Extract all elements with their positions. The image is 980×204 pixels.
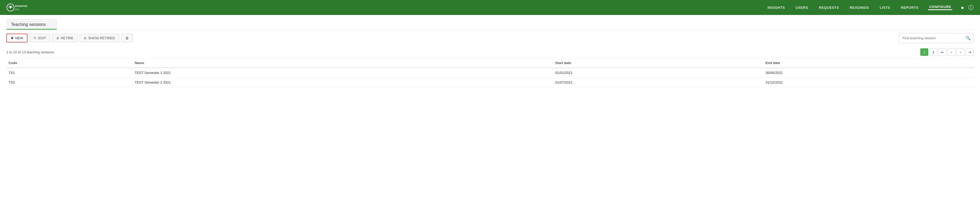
edit-button-label: EDIT [38,36,46,40]
nav-readings[interactable]: READINGS [849,6,870,10]
search-container: 🔍 [899,33,974,43]
page-next-button[interactable]: › [956,48,964,56]
asterisk-icon: ✱ [11,36,14,40]
nav-requests[interactable]: REQUESTS [818,6,840,10]
col-header-code: Code [6,58,132,68]
new-button[interactable]: ✱ NEW [6,34,27,42]
navbar-icons: ● ⓘ [961,4,974,11]
show-retired-button[interactable]: ⊘ SHOW RETIRED [80,34,119,42]
teaching-sessions-table: Code Name Start date End date TS1 TEST S… [6,58,974,87]
page-first-button[interactable]: ⇤ [939,48,947,56]
nav-links: INSIGHTS USERS REQUESTS READINGS LISTS R… [767,5,952,10]
retire-icon: ⊘ [56,36,59,40]
toolbar: ✱ NEW ✎ EDIT ⊘ RETIRE ⊘ SHOW RETIRED 🗑 🔍 [6,30,974,46]
cell-name: TEST Semester 1 2021 [132,68,553,78]
col-header-end-date: End date [763,58,974,68]
show-retired-button-label: SHOW RETIRED [88,36,115,40]
results-info: 1 to 10 of 13 teaching sessions [6,50,920,54]
nav-configure[interactable]: CONFIGURE [928,5,952,10]
cell-end-date: 31/12/2021 [763,78,974,87]
content-area: Teaching sessions ✱ NEW ✎ EDIT ⊘ RETIRE … [0,15,980,92]
cell-end-date: 30/06/2021 [763,68,974,78]
results-bar: 1 to 10 of 13 teaching sessions 1 2 ⇤ ‹ … [6,46,974,58]
svg-point-1 [10,7,11,8]
nav-lists[interactable]: LISTS [879,6,891,10]
pagination: 1 2 ⇤ ‹ › ⇥ [920,48,974,56]
table-row[interactable]: TS1 TEST Semester 1 2021 01/01/2021 30/0… [6,68,974,78]
cell-start-date: 01/07/2021 [553,78,764,87]
show-retired-icon: ⊘ [84,36,87,40]
cell-start-date: 01/01/2021 [553,68,764,78]
cell-name: TEST Semester 2 2021 [132,78,553,87]
search-icon: 🔍 [965,36,970,40]
nav-insights[interactable]: INSIGHTS [767,6,786,10]
delete-button[interactable]: 🗑 [121,34,133,42]
nav-users[interactable]: USERS [794,6,809,10]
help-icon[interactable]: ⓘ [968,4,974,11]
search-button[interactable]: 🔍 [963,34,973,43]
page-title: Teaching sessions [11,22,46,27]
svg-text:ereserve: ereserve [15,4,27,8]
new-button-label: NEW [15,36,23,40]
table-row[interactable]: TS2 TEST Semester 2 2021 01/07/2021 31/1… [6,78,974,87]
brand-logo[interactable]: ereserve plus [6,2,38,13]
table-body: TS1 TEST Semester 1 2021 01/01/2021 30/0… [6,68,974,87]
col-header-start-date: Start date [553,58,764,68]
trash-icon: 🗑 [125,36,129,40]
retire-button[interactable]: ⊘ RETIRE [52,34,78,42]
user-icon[interactable]: ● [961,5,964,11]
edit-icon: ✎ [33,36,37,40]
nav-reports[interactable]: REPORTS [900,6,920,10]
col-header-name: Name [132,58,553,68]
navbar: ereserve plus INSIGHTS USERS REQUESTS RE… [0,0,980,15]
page-prev-button[interactable]: ‹ [948,48,956,56]
page-last-button[interactable]: ⇥ [966,48,974,56]
cell-code: TS1 [6,68,132,78]
table-header-row: Code Name Start date End date [6,58,974,68]
cell-code: TS2 [6,78,132,87]
svg-text:plus: plus [15,8,19,11]
search-input[interactable] [899,34,963,42]
retire-button-label: RETIRE [61,36,73,40]
page-header-tab: Teaching sessions [6,19,57,30]
edit-button[interactable]: ✎ EDIT [30,34,50,42]
page-1-button[interactable]: 1 [920,48,928,56]
page-2-button[interactable]: 2 [929,48,937,56]
